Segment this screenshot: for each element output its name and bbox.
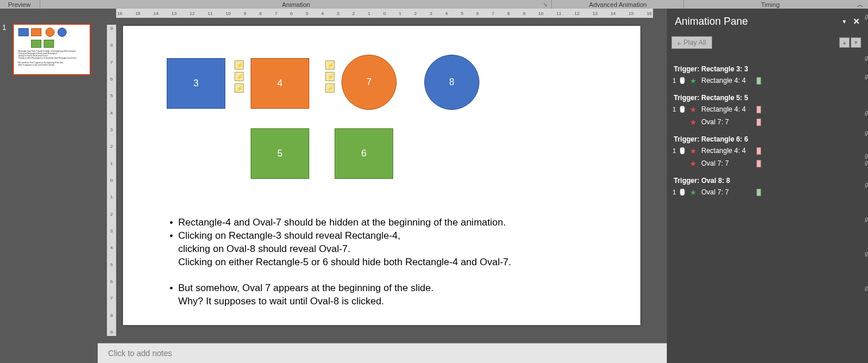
animation-item[interactable]: ★Oval 7: 7: [670, 116, 863, 128]
edge-mark: g: [865, 13, 868, 20]
thumb-shape-7: [45, 28, 55, 37]
dialog-launcher-icon[interactable]: ↘: [539, 1, 550, 7]
mouse-icon: [679, 189, 688, 196]
ruler-tick: 13: [171, 11, 176, 16]
oval-7[interactable]: 7: [341, 55, 397, 110]
collapse-ribbon-icon[interactable]: ︿: [857, 1, 863, 9]
edge-mark: g: [865, 55, 868, 61]
ribbon-group[interactable]: Animation↘: [40, 0, 552, 9]
ribbon-group-label: Timing: [684, 1, 857, 8]
bullet-text: But somehow, Oval 7 appears at the begin…: [178, 281, 433, 295]
lightning-icon[interactable]: ⚡: [325, 83, 335, 93]
anim-target-name: Rectangle 4: 4: [701, 77, 753, 85]
anim-target-name: Oval 7: 7: [701, 159, 753, 167]
effect-star-icon: ★: [690, 159, 699, 168]
ruler-tick: 2: [414, 11, 417, 16]
animation-item[interactable]: 1★Rectangle 4: 4: [670, 144, 863, 157]
ribbon-group[interactable]: Timing: [684, 0, 857, 9]
anim-seq: 1: [673, 77, 678, 84]
bullet-dot: •: [164, 216, 178, 229]
ruler-tick: 6: [110, 279, 113, 284]
ruler-tick: 1: [368, 11, 370, 16]
bullet-dot: [164, 255, 178, 269]
ruler-tick: 2: [110, 212, 113, 217]
ruler-tick: 4: [110, 110, 113, 116]
bullet-text: Clicking on Rectangle-3 should reveal Re…: [178, 229, 401, 242]
ruler-tick: 3: [430, 11, 432, 16]
pane-title: Animation Pane: [675, 16, 843, 28]
vertical-ruler: 9876543210123456789: [107, 25, 116, 336]
ruler-tick: 13: [593, 11, 598, 16]
trigger-group: Trigger: Rectangle 5: 51★Rectangle 4: 4★…: [670, 91, 863, 128]
rectangle-5[interactable]: 5: [251, 128, 309, 179]
bullet-line: Why? It supposes to wait until Oval-8 is…: [164, 295, 617, 308]
animation-item[interactable]: 1★Rectangle 4: 4: [670, 74, 863, 87]
slide-thumbnail-rail: 1 • Rectangle-4 and Oval-7 should be hid…: [0, 9, 98, 363]
play-all-button[interactable]: Play All: [671, 36, 712, 49]
ribbon-group-label: Preview: [0, 1, 39, 8]
ruler-tick: 5: [306, 11, 308, 16]
thumb-shape-8: [57, 28, 67, 37]
ribbon-group-label: Advanced Animation: [552, 1, 684, 8]
slide-canvas[interactable]: 3 ⚡ ⚡ ⚡ 4 ⚡ ⚡ ⚡ 7 8 5 6 •Rectangle-4 and…: [123, 26, 640, 325]
lightning-icon[interactable]: ⚡: [325, 72, 335, 81]
ribbon-group[interactable]: Advanced Animation: [552, 0, 684, 9]
ruler-tick: 8: [110, 43, 113, 48]
slide-number: 1: [2, 24, 6, 32]
ribbon-group[interactable]: Preview: [0, 0, 40, 9]
notes-area[interactable]: Click to add notes: [98, 343, 667, 363]
animation-item[interactable]: 1★Oval 7: 7: [670, 186, 863, 198]
timeline-bar: [756, 119, 761, 126]
ribbon-group-label: Animation: [40, 1, 552, 8]
trigger-group: Trigger: Oval 8: 81★Oval 7: 7: [670, 174, 863, 198]
trigger-group: Trigger: Rectangle 3: 31★Rectangle 4: 4: [670, 63, 863, 87]
mouse-icon: [679, 106, 688, 113]
ruler-tick: 7: [275, 11, 277, 16]
bullet-text: Clicking on either Rectangle-5 or 6 shou…: [178, 255, 511, 269]
ruler-tick: 5: [110, 93, 113, 98]
ruler-tick: 10: [538, 11, 543, 16]
move-up-button[interactable]: ▲: [839, 37, 850, 48]
ruler-tick: 1: [399, 11, 401, 16]
ruler-tick: 12: [574, 11, 579, 16]
bullet-line: •Clicking on Rectangle-3 should reveal R…: [164, 229, 617, 242]
slide-thumbnail-1[interactable]: • Rectangle-4 and Oval-7 should be hidde…: [13, 24, 91, 75]
edge-mark: g: [865, 152, 868, 159]
lightning-icon[interactable]: ⚡: [235, 60, 244, 70]
animation-item[interactable]: ★Oval 7: 7: [670, 157, 863, 170]
trigger-group: Trigger: Rectangle 6: 61★Rectangle 4: 4★…: [670, 133, 863, 170]
ruler-tick: 1: [110, 194, 113, 200]
ruler-tick: 11: [556, 11, 562, 16]
text-body[interactable]: •Rectangle-4 and Oval-7 should be hidden…: [164, 216, 617, 308]
rectangle-6[interactable]: 6: [335, 128, 393, 179]
close-icon[interactable]: ✕: [853, 17, 860, 26]
ruler-tick: 14: [153, 11, 159, 16]
ruler-tick: 7: [110, 60, 113, 65]
animation-item[interactable]: 1★Rectangle 4: 4: [670, 103, 863, 116]
lightning-icon[interactable]: ⚡: [235, 72, 244, 81]
rectangle-3[interactable]: 3: [167, 58, 225, 109]
ruler-tick: 2: [352, 11, 355, 16]
thumb-shape-3: [18, 28, 29, 36]
lightning-icon[interactable]: ⚡: [235, 83, 244, 93]
ruler-tick: 15: [628, 11, 633, 16]
ruler-tick: 3: [110, 127, 113, 132]
bullet-dot: [164, 295, 178, 308]
edge-mark: g: [865, 109, 868, 116]
ruler-tick: 16: [647, 11, 652, 16]
effect-star-icon: ★: [690, 147, 699, 155]
pane-menu-icon[interactable]: ▾: [843, 18, 845, 25]
bullet-line: clicking on Oval-8 should reveal Oval-7.: [164, 242, 617, 255]
oval-8[interactable]: 8: [424, 55, 479, 110]
bullet-dot: •: [164, 229, 178, 242]
lightning-icon[interactable]: ⚡: [325, 60, 335, 70]
ruler-tick: 8: [110, 313, 113, 318]
rectangle-4[interactable]: 4: [251, 58, 309, 109]
timeline-bar: [756, 106, 761, 113]
bullet-line: •But somehow, Oval 7 appears at the begi…: [164, 281, 617, 295]
ruler-tick: 9: [110, 330, 113, 335]
ruler-tick: 9: [523, 11, 525, 16]
effect-star-icon: ★: [690, 105, 699, 114]
pane-header: Animation Pane ▾ ✕: [667, 9, 868, 34]
move-down-button[interactable]: ▼: [851, 37, 861, 48]
